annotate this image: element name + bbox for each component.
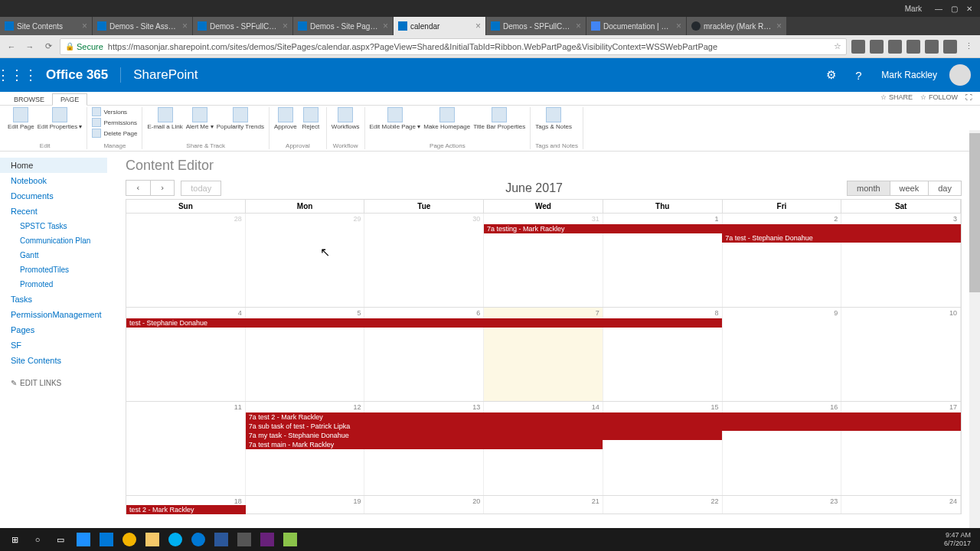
cal-next-button[interactable]: › bbox=[151, 180, 175, 196]
menu-button[interactable]: ⋮ bbox=[962, 40, 975, 54]
help-icon[interactable]: ? bbox=[848, 64, 869, 86]
cortana-icon[interactable]: ○ bbox=[26, 528, 49, 551]
close-window-button[interactable]: ✕ bbox=[962, 5, 977, 13]
nav-tasks[interactable]: Tasks bbox=[0, 292, 107, 307]
scrollbar[interactable] bbox=[969, 130, 980, 528]
reject-button[interactable]: Reject bbox=[300, 107, 322, 130]
maximize-button[interactable]: ▢ bbox=[946, 5, 962, 13]
cal-week-button[interactable]: week bbox=[890, 181, 929, 196]
cal-prev-button[interactable]: ‹ bbox=[126, 180, 151, 196]
tab-spfullcalendar-2[interactable]: Demos - SPFullCalenda× bbox=[486, 17, 586, 35]
skype-biz-icon[interactable] bbox=[187, 528, 210, 551]
event[interactable]: 7a my task - Stephanie Donahue bbox=[246, 431, 722, 440]
ie-icon[interactable] bbox=[72, 528, 95, 551]
cal-day[interactable]: 9 bbox=[723, 308, 842, 401]
versions-button[interactable]: Versions bbox=[92, 107, 137, 117]
extension-icon[interactable] bbox=[943, 40, 957, 54]
nav-spstc-tasks[interactable]: SPSTC Tasks bbox=[0, 219, 107, 233]
approve-button[interactable]: Approve bbox=[274, 107, 297, 130]
cal-day[interactable]: 20 bbox=[364, 496, 484, 514]
close-icon[interactable]: × bbox=[776, 21, 782, 31]
chrome-icon[interactable] bbox=[118, 528, 141, 551]
vs-icon[interactable] bbox=[256, 528, 279, 551]
close-icon[interactable]: × bbox=[283, 21, 288, 31]
forward-button[interactable]: → bbox=[23, 40, 37, 54]
camtasia-icon[interactable] bbox=[279, 528, 302, 551]
o365-brand[interactable]: Office 365 bbox=[34, 67, 121, 83]
event[interactable]: 7a test main - Mark Rackley bbox=[246, 440, 603, 449]
cal-day[interactable]: 23 bbox=[723, 496, 842, 514]
popularity-button[interactable]: Popularity Trends bbox=[217, 107, 264, 130]
cal-day-button[interactable]: day bbox=[929, 181, 962, 196]
cal-day[interactable]: 22 bbox=[603, 496, 723, 514]
delete-page-button[interactable]: Delete Page bbox=[92, 129, 137, 139]
scrollbar-thumb[interactable] bbox=[969, 133, 980, 292]
user-name[interactable]: Mark Rackley bbox=[881, 70, 937, 80]
event[interactable]: test 2 - Mark Rackley bbox=[126, 505, 246, 514]
close-icon[interactable]: × bbox=[82, 21, 87, 31]
nav-promoted-tiles[interactable]: PromotedTiles bbox=[0, 262, 107, 277]
nav-comm-plan[interactable]: Communication Plan bbox=[0, 233, 107, 248]
cal-day[interactable]: 28 bbox=[126, 214, 246, 307]
explorer-icon[interactable] bbox=[141, 528, 164, 551]
event[interactable]: 7a test - Stephanie Donahue bbox=[722, 233, 961, 243]
cal-day[interactable]: 30 bbox=[364, 214, 484, 307]
tab-site-assets[interactable]: Demos - Site Assets - Al× bbox=[93, 17, 192, 35]
nav-recent[interactable]: Recent bbox=[0, 204, 107, 219]
nav-site-contents[interactable]: Site Contents bbox=[0, 353, 107, 368]
edit-mobile-button[interactable]: Edit Mobile Page ▾ bbox=[370, 107, 421, 130]
workflows-button[interactable]: Workflows bbox=[332, 107, 360, 130]
edit-page-button[interactable]: Edit Page bbox=[8, 107, 34, 130]
url-input[interactable]: 🔒Secure https://masonjar.sharepoint.com/… bbox=[60, 38, 847, 55]
cal-month-button[interactable]: month bbox=[847, 181, 890, 196]
nav-sf[interactable]: SF bbox=[0, 337, 107, 353]
event[interactable]: 7a testing - Mark Rackley bbox=[484, 224, 961, 233]
start-button[interactable]: ⊞ bbox=[3, 528, 26, 551]
tab-site-contents[interactable]: Site Contents× bbox=[0, 17, 92, 35]
nav-permission-mgmt[interactable]: PermissionManagement bbox=[0, 307, 107, 322]
tab-site-pages[interactable]: Demos - Site Pages - Al× bbox=[293, 17, 393, 35]
cal-day[interactable]: 24 bbox=[841, 496, 961, 514]
settings-taskbar-icon[interactable] bbox=[233, 528, 256, 551]
tab-fullcalendar-docs[interactable]: Documentation | FullC× bbox=[586, 17, 686, 35]
skype-icon[interactable] bbox=[164, 528, 187, 551]
focus-icon[interactable]: ⛶ bbox=[965, 93, 972, 101]
settings-icon[interactable]: ⚙ bbox=[820, 64, 841, 86]
nav-home[interactable]: Home bbox=[0, 158, 107, 173]
bookmark-icon[interactable]: ☆ bbox=[834, 41, 841, 51]
cal-day[interactable]: 10 bbox=[841, 308, 961, 401]
edit-properties-button[interactable]: Edit Properties ▾ bbox=[38, 107, 83, 130]
share-button[interactable]: ☆ SHARE bbox=[880, 93, 913, 101]
close-icon[interactable]: × bbox=[182, 21, 188, 31]
extension-icon[interactable] bbox=[925, 40, 939, 54]
email-link-button[interactable]: E-mail a Link bbox=[147, 107, 182, 130]
tab-github[interactable]: mrackley (Mark Rackle× bbox=[687, 17, 786, 35]
avatar[interactable] bbox=[949, 64, 971, 86]
make-homepage-button[interactable]: Make Homepage bbox=[423, 107, 470, 130]
tags-notes-button[interactable]: Tags & Notes bbox=[535, 107, 572, 130]
ribbon-tab-browse[interactable]: BROWSE bbox=[6, 94, 52, 105]
extension-icon[interactable] bbox=[870, 40, 884, 54]
cal-today-button[interactable]: today bbox=[181, 181, 221, 196]
close-icon[interactable]: × bbox=[383, 21, 388, 31]
event[interactable]: test - Stephanie Donahue bbox=[126, 318, 722, 328]
close-icon[interactable]: × bbox=[475, 21, 481, 31]
edit-links-button[interactable]: ✎EDIT LINKS bbox=[0, 379, 107, 387]
tab-calendar[interactable]: calendar× bbox=[394, 17, 485, 35]
reload-button[interactable]: ⟳ bbox=[41, 40, 55, 54]
permissions-button[interactable]: Permissions bbox=[92, 118, 137, 128]
close-icon[interactable]: × bbox=[576, 21, 581, 31]
nav-notebook[interactable]: Notebook bbox=[0, 173, 107, 188]
ribbon-tab-page[interactable]: PAGE bbox=[52, 93, 87, 106]
cal-day[interactable]: 29 bbox=[246, 214, 365, 307]
app-launcher-icon[interactable]: ⋮⋮⋮ bbox=[0, 58, 34, 92]
alert-me-button[interactable]: Alert Me ▾ bbox=[186, 107, 214, 130]
taskview-icon[interactable]: ▭ bbox=[49, 528, 72, 551]
word-icon[interactable] bbox=[210, 528, 233, 551]
nav-gantt[interactable]: Gantt bbox=[0, 248, 107, 262]
extension-icon[interactable] bbox=[888, 40, 902, 54]
extension-icon[interactable] bbox=[906, 40, 920, 54]
cal-day[interactable]: 19 bbox=[246, 496, 365, 514]
follow-button[interactable]: ☆ FOLLOW bbox=[920, 93, 958, 101]
close-icon[interactable]: × bbox=[676, 21, 681, 31]
